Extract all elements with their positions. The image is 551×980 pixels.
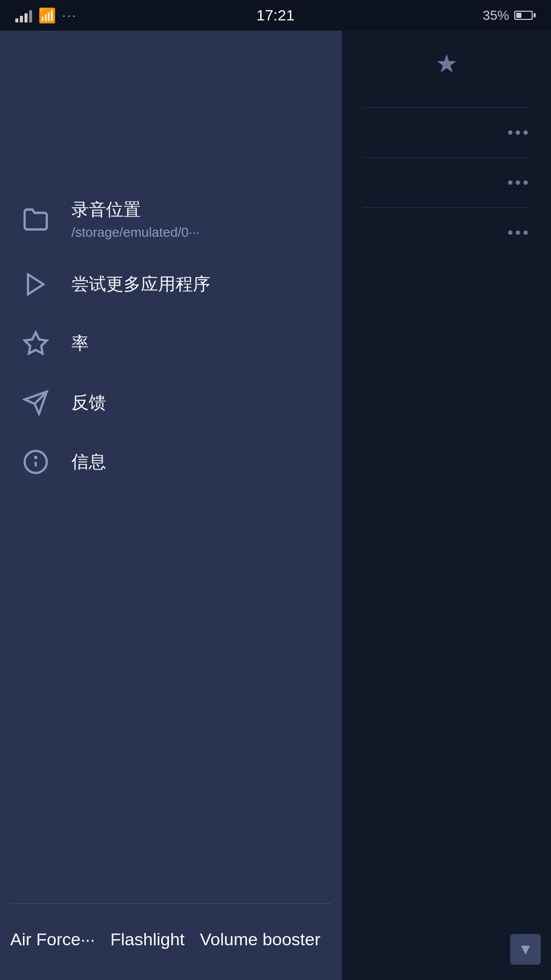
star-button-icon: ★: [435, 51, 458, 77]
menu-list: 录音位置 /storage/emulated/0··· 尝试更多应用程序: [0, 184, 342, 898]
wifi-icon: 📶: [38, 7, 56, 24]
drawer-bottom: Air Force··· Flashlight Volume booster: [0, 909, 342, 980]
menu-title-feedback: 反馈: [71, 391, 106, 414]
dots-icon-2: •••: [507, 173, 531, 192]
app-name-air-force[interactable]: Air Force···: [10, 929, 95, 949]
star-outline-icon: [20, 328, 51, 359]
drawer-bottom-divider: [10, 903, 332, 904]
menu-title-try-more: 尝试更多应用程序: [71, 273, 210, 296]
drawer-top-spacer: [0, 31, 342, 184]
status-time: 17:21: [256, 7, 294, 24]
bottom-arrow-button[interactable]: ▼: [510, 934, 541, 965]
svg-marker-1: [24, 332, 46, 353]
right-divider-2: [363, 157, 530, 158]
menu-item-rate[interactable]: 率: [10, 314, 332, 373]
menu-text-rate: 率: [71, 332, 89, 355]
menu-item-feedback[interactable]: 反馈: [10, 373, 332, 432]
drawer-panel: 录音位置 /storage/emulated/0··· 尝试更多应用程序: [0, 31, 342, 980]
svg-marker-0: [28, 275, 43, 295]
status-bar: 📶 ··· 17:21 35%: [0, 0, 551, 31]
favorite-button[interactable]: ★: [429, 46, 464, 82]
status-left: 📶 ···: [15, 7, 77, 24]
menu-text-try-more: 尝试更多应用程序: [71, 273, 210, 296]
menu-title-info: 信息: [71, 450, 106, 474]
app-names-row: Air Force··· Flashlight Volume booster: [10, 929, 332, 949]
menu-item-recording-location[interactable]: 录音位置 /storage/emulated/0···: [10, 184, 332, 255]
menu-title-recording-location: 录音位置: [71, 198, 199, 222]
menu-item-info[interactable]: 信息: [10, 432, 332, 492]
dots-icon-3: •••: [507, 223, 531, 242]
folder-icon: [20, 204, 51, 235]
right-divider-3: [363, 207, 530, 208]
battery-percent: 35%: [483, 8, 509, 23]
menu-text-feedback: 反馈: [71, 391, 106, 414]
right-divider-1: [363, 107, 530, 108]
arrow-down-icon: ▼: [518, 941, 533, 958]
battery-icon: [514, 11, 536, 20]
main-container: 录音位置 /storage/emulated/0··· 尝试更多应用程序: [0, 31, 551, 980]
send-icon: [20, 387, 51, 418]
menu-title-rate: 率: [71, 332, 89, 355]
right-panel: ★ ••• ••• ••• ▼: [342, 31, 551, 980]
more-options-button-1[interactable]: •••: [342, 123, 551, 142]
menu-text-recording-location: 录音位置 /storage/emulated/0···: [71, 198, 199, 240]
more-options-button-3[interactable]: •••: [342, 223, 551, 242]
app-name-volume-booster[interactable]: Volume booster: [200, 929, 320, 949]
info-icon: [20, 447, 51, 477]
signal-icon: [15, 8, 32, 22]
menu-text-info: 信息: [71, 450, 106, 474]
menu-subtitle-recording-location: /storage/emulated/0···: [71, 225, 199, 240]
more-options-button-2[interactable]: •••: [342, 173, 551, 192]
app-name-flashlight[interactable]: Flashlight: [110, 929, 185, 949]
play-icon: [20, 269, 51, 300]
extra-status-dots: ···: [62, 8, 77, 22]
dots-icon-1: •••: [507, 123, 531, 142]
status-right: 35%: [483, 8, 536, 23]
menu-item-try-more-apps[interactable]: 尝试更多应用程序: [10, 255, 332, 314]
